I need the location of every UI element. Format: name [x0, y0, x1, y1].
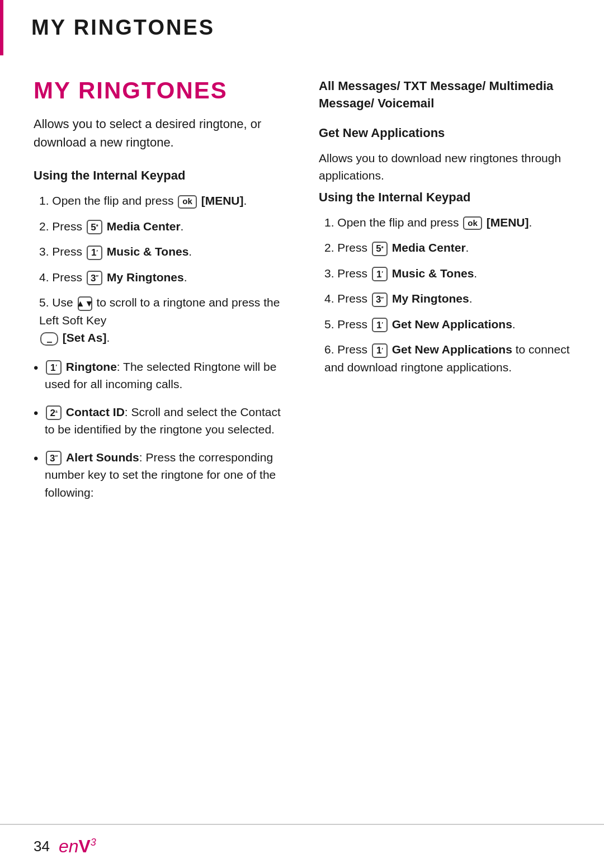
- right-key-5-icon: 5*: [372, 242, 388, 256]
- get-new-intro: Allows you to download new ringtones thr…: [319, 149, 570, 185]
- key-1-icon: 1′: [87, 246, 102, 260]
- left-step-2: 2. Press 5* Media Center.: [34, 218, 285, 235]
- page-header: MY RINGTONES: [0, 0, 604, 55]
- left-keypad-heading: Using the Internal Keypad: [34, 168, 285, 183]
- right-step-4: 4. Press 3″ My Ringtones.: [319, 290, 570, 308]
- right-key-1b-icon: 1′: [372, 318, 388, 332]
- right-step-6: 6. Press 1′ Get New Applications to conn…: [319, 341, 570, 376]
- right-key-1c-icon: 1′: [372, 343, 388, 358]
- left-steps-list: 1. Open the flip and press ok [MENU]. 2.…: [34, 192, 285, 347]
- page-number: 34: [34, 838, 50, 855]
- step-text: My Ringtones.: [107, 271, 187, 284]
- right-step-3: 3. Press 1′ Music & Tones.: [319, 265, 570, 282]
- key-3-icon: 3″: [87, 271, 102, 285]
- soft-key-icon: ⎯: [40, 332, 58, 346]
- right-key-1-icon: 1′: [372, 267, 388, 281]
- right-key-3-icon: 3″: [372, 293, 388, 307]
- brand-text: enV3: [59, 836, 96, 856]
- all-messages-block: All Messages/ TXT Message/ Multimedia Me…: [319, 78, 570, 112]
- right-step-1: 1. Open the flip and press ok [MENU].: [319, 214, 570, 232]
- main-content: MY RINGTONES Allows you to select a desi…: [0, 61, 604, 546]
- step-text: Media Center.: [107, 220, 184, 233]
- bullet-alert-sounds: 3″ Alert Sounds: Press the corresponding…: [34, 449, 285, 502]
- right-step-5: 5. Press 1′ Get New Applications.: [319, 315, 570, 333]
- step-num: 3. Press: [39, 245, 86, 258]
- left-column: MY RINGTONES Allows you to select a desi…: [34, 78, 285, 512]
- page-container: MY RINGTONES MY RINGTONES Allows you to …: [0, 0, 604, 868]
- intro-text: Allows you to select a desired ringtone,…: [34, 115, 285, 152]
- key-5-icon: 5*: [87, 220, 102, 234]
- page-footer: 34 enV3: [0, 824, 604, 868]
- key-2-bullet-icon: 2ª: [46, 405, 62, 420]
- right-column: All Messages/ TXT Message/ Multimedia Me…: [319, 78, 570, 512]
- step-num: 4. Press: [39, 271, 86, 284]
- bullet-contact-id: 2ª Contact ID: Scroll and select the Con…: [34, 403, 285, 438]
- left-step-1: 1. Open the flip and press ok [MENU].: [34, 192, 285, 210]
- section-title: MY RINGTONES: [34, 78, 285, 103]
- get-new-heading: Get New Applications: [319, 126, 570, 140]
- key-3-bullet-icon: 3″: [46, 451, 62, 465]
- step-num: 5. Use: [39, 296, 77, 309]
- left-step-4: 4. Press 3″ My Ringtones.: [34, 268, 285, 286]
- step-text: Music & Tones.: [107, 245, 192, 258]
- right-ok-key-icon: ok: [463, 216, 482, 230]
- all-messages-heading: All Messages/ TXT Message/ Multimedia Me…: [319, 78, 570, 112]
- page-header-title: MY RINGTONES: [31, 16, 570, 40]
- right-keypad-heading: Using the Internal Keypad: [319, 190, 570, 205]
- step-num: 2. Press: [39, 220, 86, 233]
- left-step-3: 3. Press 1′ Music & Tones.: [34, 243, 285, 261]
- ok-key-icon: ok: [178, 195, 197, 209]
- step-text: [MENU].: [201, 194, 247, 207]
- bullet-ringtone: 1′ Ringtone: The selected Ringtone will …: [34, 358, 285, 393]
- brand-logo: enV3: [59, 836, 96, 857]
- step-num: 1. Open the flip and press: [39, 194, 177, 207]
- nav-icon: ▲▼: [78, 296, 92, 311]
- key-1-bullet-icon: 1′: [46, 360, 62, 375]
- left-step-5: 5. Use ▲▼ to scroll to a ringtone and pr…: [34, 294, 285, 347]
- bullet-list: 1′ Ringtone: The selected Ringtone will …: [34, 358, 285, 502]
- right-step-2: 2. Press 5* Media Center.: [319, 239, 570, 257]
- right-steps-list: 1. Open the flip and press ok [MENU]. 2.…: [319, 214, 570, 376]
